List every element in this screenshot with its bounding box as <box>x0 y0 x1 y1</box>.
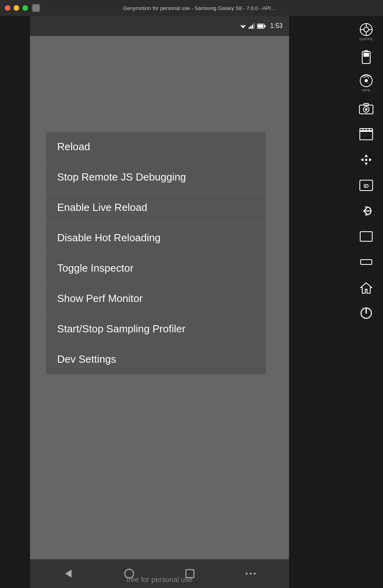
sidebar-home[interactable] <box>354 276 378 300</box>
menu-item-toggle-inspector[interactable]: Toggle Inspector <box>46 253 266 284</box>
svg-point-28 <box>365 79 368 82</box>
menu-item-enable-live-reload[interactable]: Enable Live Reload <box>46 193 266 223</box>
svg-rect-32 <box>364 103 369 105</box>
right-sidebar: GAPPS GPS <box>349 16 383 588</box>
svg-marker-39 <box>365 163 368 165</box>
screen-content: Reload Stop Remote JS Debugging Enable L… <box>30 36 289 559</box>
svg-rect-33 <box>360 131 373 140</box>
sidebar-battery[interactable] <box>354 46 378 70</box>
svg-rect-11 <box>257 24 263 28</box>
sidebar-id[interactable]: ID <box>354 173 378 197</box>
sidebar-video[interactable] <box>354 122 378 146</box>
svg-point-1 <box>35 7 37 9</box>
svg-marker-38 <box>365 154 368 157</box>
svg-point-42 <box>365 159 367 161</box>
wifi-icon <box>239 23 247 29</box>
svg-rect-6 <box>250 26 251 29</box>
app-icon <box>32 4 40 12</box>
traffic-lights <box>5 5 28 11</box>
menu-item-dev-settings[interactable]: Dev Settings <box>46 344 266 374</box>
svg-point-17 <box>254 573 256 575</box>
svg-marker-47 <box>361 283 372 293</box>
sidebar-window1[interactable] <box>354 224 378 248</box>
svg-point-15 <box>246 573 248 575</box>
sidebar-gapps[interactable]: GAPPS <box>354 20 378 44</box>
svg-rect-10 <box>264 25 265 27</box>
android-device-frame: 1:53 Reload Stop Remote JS Debugging Ena… <box>30 16 289 588</box>
sidebar-power[interactable] <box>354 301 378 325</box>
menu-item-show-perf-monitor[interactable]: Show Perf Monitor <box>46 284 266 314</box>
back-nav-button[interactable] <box>58 564 78 584</box>
menu-item-disable-hot-reloading[interactable]: Disable Hot Reloading <box>46 223 266 253</box>
svg-text:ID: ID <box>363 183 369 189</box>
svg-marker-40 <box>361 158 363 161</box>
signal-icon <box>249 23 255 29</box>
svg-marker-12 <box>65 570 72 578</box>
svg-marker-41 <box>369 158 372 161</box>
svg-rect-46 <box>361 260 372 264</box>
more-nav-button[interactable] <box>241 564 261 584</box>
status-time: 1:53 <box>270 22 283 30</box>
watermark-text: free for personal use <box>126 576 192 584</box>
status-icons: 1:53 <box>239 22 283 30</box>
title-bar: Genymotion for personal use - Samsung Ga… <box>0 0 383 16</box>
svg-point-31 <box>365 108 367 111</box>
gps-label: GPS <box>362 88 370 92</box>
sidebar-gps[interactable]: GPS <box>354 71 378 95</box>
close-button[interactable] <box>5 5 10 11</box>
svg-rect-8 <box>253 23 255 29</box>
menu-item-start-stop-sampling[interactable]: Start/Stop Sampling Profiler <box>46 314 266 344</box>
menu-item-stop-remote-js[interactable]: Stop Remote JS Debugging <box>46 162 266 193</box>
context-menu: Reload Stop Remote JS Debugging Enable L… <box>46 132 266 374</box>
svg-point-16 <box>250 573 252 575</box>
maximize-button[interactable] <box>22 5 28 11</box>
svg-rect-26 <box>363 53 369 57</box>
menu-item-reload[interactable]: Reload <box>46 132 266 162</box>
sidebar-move[interactable] <box>354 148 378 172</box>
svg-rect-5 <box>249 27 250 29</box>
battery-icon <box>257 24 266 29</box>
svg-point-19 <box>364 27 369 32</box>
window-title: Genymotion for personal use - Samsung Ga… <box>44 5 354 11</box>
sidebar-camera[interactable] <box>354 97 378 121</box>
gapps-label: GAPPS <box>359 37 373 41</box>
svg-rect-45 <box>360 232 372 241</box>
android-status-bar: 1:53 <box>30 16 289 36</box>
svg-rect-7 <box>252 25 253 29</box>
minimize-button[interactable] <box>14 5 19 11</box>
sidebar-window2[interactable] <box>354 250 378 274</box>
android-bottom-nav: free for personal use <box>30 559 289 588</box>
sidebar-back[interactable] <box>354 199 378 223</box>
